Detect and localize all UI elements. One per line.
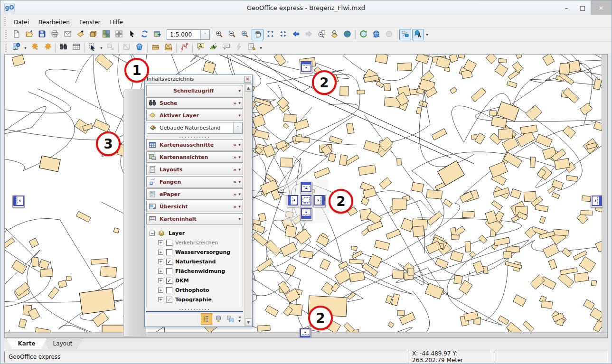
dropdown-caret-icon[interactable]: ▾ bbox=[424, 29, 430, 40]
annotation-button[interactable] bbox=[220, 42, 232, 54]
panel-section-aktiverlayer[interactable]: Aktiver Layer▾ bbox=[146, 110, 243, 121]
dropdown-caret-icon[interactable]: ▾ bbox=[258, 42, 264, 54]
maximize-button[interactable]: □ bbox=[574, 0, 591, 15]
spark-new-button[interactable] bbox=[28, 42, 40, 54]
expand-more-icon[interactable]: » bbox=[233, 167, 236, 173]
chevron-down-icon[interactable]: ▾ bbox=[238, 101, 241, 105]
measure-distance-button[interactable] bbox=[150, 42, 161, 54]
pan-down-button[interactable] bbox=[300, 208, 312, 221]
select-pointer-button[interactable] bbox=[126, 29, 138, 40]
menu-item-fenster[interactable]: Fenster bbox=[75, 18, 105, 27]
panel-section-kartenausschnitte[interactable]: Kartenausschnitte»▾ bbox=[146, 139, 243, 150]
hyperlink-search-button[interactable] bbox=[329, 29, 340, 40]
collapsed-dock-strip[interactable] bbox=[123, 89, 146, 336]
label-search-button[interactable] bbox=[412, 29, 424, 40]
menu-item-bearbeiten[interactable]: Bearbeiten bbox=[34, 18, 75, 27]
expand-more-icon[interactable]: » bbox=[233, 100, 236, 106]
chevron-down-icon[interactable]: ˅ bbox=[233, 122, 242, 133]
go-forward-button[interactable] bbox=[303, 29, 315, 40]
panel-section-fangen[interactable]: Fangen»▾ bbox=[146, 176, 243, 187]
layer-item-wasserversorgung[interactable]: +Wasserversorgung bbox=[150, 247, 242, 257]
footer-overflow-icon[interactable]: »▾ bbox=[238, 315, 241, 323]
world-offline-button[interactable] bbox=[383, 29, 395, 40]
zoom-previous-button[interactable] bbox=[316, 29, 328, 40]
pan-right-button[interactable] bbox=[591, 196, 603, 208]
expand-more-icon[interactable]: » bbox=[233, 179, 236, 185]
measure-area-button[interactable] bbox=[162, 42, 174, 54]
panel-resize-dots[interactable] bbox=[146, 307, 243, 311]
layer-item-naturbestand[interactable]: +✓Naturbestand bbox=[150, 257, 242, 266]
layer-item-dkm[interactable]: +✓DKM bbox=[150, 276, 242, 285]
identify-button[interactable] bbox=[10, 42, 22, 54]
data-package-button[interactable] bbox=[87, 29, 99, 40]
select-graphics-button[interactable] bbox=[86, 42, 98, 54]
layer-item-verkehrszeichen[interactable]: +Verkehrszeichen bbox=[150, 238, 242, 247]
dropdown-caret-icon[interactable]: ▾ bbox=[23, 42, 28, 54]
layer-checkbox[interactable] bbox=[166, 287, 172, 293]
expand-icon[interactable]: + bbox=[158, 297, 163, 302]
panel-section-bersicht[interactable]: Übersicht»▾ bbox=[146, 201, 243, 212]
print-button[interactable] bbox=[49, 29, 61, 40]
open-file-button[interactable] bbox=[23, 29, 35, 40]
thumbnail-grid-button[interactable] bbox=[100, 29, 112, 40]
pan-center-button[interactable] bbox=[300, 195, 312, 207]
close-button[interactable]: × bbox=[591, 0, 612, 15]
expand-more-icon[interactable]: » bbox=[233, 191, 236, 197]
add-data-button[interactable] bbox=[75, 29, 86, 40]
label-polygon-button[interactable] bbox=[207, 42, 219, 54]
expand-icon[interactable]: + bbox=[158, 259, 163, 264]
layer-checkbox[interactable] bbox=[166, 249, 172, 255]
chevron-down-icon[interactable]: ▾ bbox=[238, 155, 241, 159]
scroll-down-icon[interactable]: ▼ bbox=[245, 318, 252, 326]
toolbar-grip[interactable] bbox=[4, 30, 8, 39]
pan-left-button[interactable] bbox=[12, 196, 25, 208]
pan-button[interactable] bbox=[252, 29, 264, 40]
zoom-window-button[interactable] bbox=[239, 29, 251, 40]
label-callout-button[interactable] bbox=[195, 42, 207, 54]
minimize-button[interactable]: – bbox=[558, 0, 574, 15]
export-map-button[interactable] bbox=[151, 29, 163, 40]
chevron-down-icon[interactable]: ▾ bbox=[238, 88, 241, 93]
pan-up-button[interactable] bbox=[300, 182, 312, 194]
email-button[interactable] bbox=[62, 29, 74, 40]
panel-section-kartenansichten[interactable]: Kartenansichten»▾ bbox=[146, 151, 243, 163]
chevron-down-icon[interactable]: ▾ bbox=[238, 113, 241, 118]
map-canvas[interactable]: Inhaltsverzeichnis ✕ Schnellzugriff▾Such… bbox=[4, 54, 608, 338]
layer-checkbox[interactable] bbox=[166, 240, 172, 246]
active-layer-combo[interactable]: Gebäude Naturbestand˅ bbox=[147, 122, 243, 134]
window-tiles-button[interactable] bbox=[113, 29, 125, 40]
chevron-down-icon[interactable]: ▾ bbox=[238, 192, 241, 196]
menu-item-hilfe[interactable]: Hilfe bbox=[105, 18, 127, 27]
edit-vertices-button[interactable] bbox=[179, 42, 190, 54]
layer-checkbox[interactable]: ✓ bbox=[166, 259, 172, 265]
expand-icon[interactable]: + bbox=[158, 269, 163, 274]
expand-more-icon[interactable]: » bbox=[233, 154, 236, 160]
copy-layers-icon[interactable] bbox=[225, 313, 236, 325]
chevron-down-icon[interactable]: ▾ bbox=[238, 204, 241, 209]
save-button[interactable] bbox=[36, 29, 48, 40]
zoom-out-button[interactable] bbox=[226, 29, 238, 40]
collapse-icon[interactable]: − bbox=[150, 231, 155, 236]
scroll-up-icon[interactable]: ▲ bbox=[245, 84, 252, 92]
chevron-down-icon[interactable]: ˅ bbox=[200, 30, 209, 39]
panel-resize-dots[interactable] bbox=[146, 135, 243, 139]
layer-item-flchenwidmung[interactable]: +Flächenwidmung bbox=[150, 266, 242, 276]
new-document-button[interactable] bbox=[10, 29, 22, 40]
pan-left-button[interactable] bbox=[287, 195, 299, 207]
toolbar-grip[interactable] bbox=[3, 17, 7, 26]
layer-checkbox[interactable]: ✓ bbox=[166, 297, 172, 303]
chevron-down-icon[interactable]: ▾ bbox=[238, 142, 241, 147]
layer-checkbox[interactable]: ✓ bbox=[166, 278, 172, 284]
zoom-full-extent-button[interactable] bbox=[277, 29, 289, 40]
expand-icon[interactable]: + bbox=[158, 278, 163, 283]
tab-karte[interactable]: Karte bbox=[6, 338, 47, 349]
panel-section-epaper[interactable]: ePaper»▾ bbox=[146, 188, 243, 200]
refresh-map-button[interactable] bbox=[358, 29, 369, 40]
world-refresh-button[interactable] bbox=[370, 29, 382, 40]
expand-icon[interactable]: + bbox=[158, 250, 163, 255]
chevron-down-icon[interactable]: ▾ bbox=[238, 216, 241, 221]
panel-close-icon[interactable]: ✕ bbox=[244, 76, 251, 83]
draw-toggle-button[interactable] bbox=[399, 29, 411, 40]
menu-item-datei[interactable]: Datei bbox=[9, 18, 34, 27]
zoom-in-fixed-button[interactable] bbox=[264, 29, 276, 40]
